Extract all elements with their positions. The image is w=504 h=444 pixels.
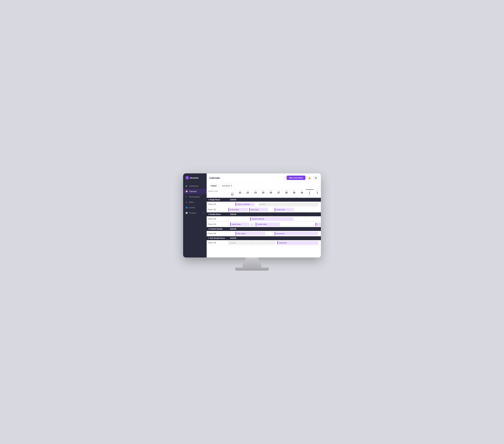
category-price: €120.00 [229,236,321,240]
collapse-icon[interactable]: ▾ [208,237,209,239]
logo-icon: e [185,176,189,179]
reservation-block[interactable]: Nora Dionne [275,232,318,235]
room-row-room-104: Room 104Debbie OlsenCL...Jennifer WhiteA… [207,222,321,227]
reservation-block[interactable]: Cristina Blais [229,208,248,212]
timeline-cell[interactable] [298,222,306,227]
date-header-Fri-30[interactable]: Fri30 [298,189,306,198]
room-timeline: Michael Goldsmith [229,216,321,221]
timeline-cell[interactable] [306,207,313,212]
date-header-Mon-26[interactable]: Mon26 [267,189,275,198]
collapse-icon[interactable]: ▾ [208,199,209,201]
reservation-block[interactable]: CLOSED [229,241,275,245]
reservation-block[interactable]: CL... [250,223,255,226]
room-row-room-106: Room 106CLOSEDEstelle Bler [207,240,321,246]
sidebar-item-property[interactable]: 🏢Property▾ [183,210,207,216]
calendar-grid[interactable]: ROOM TYPE‹Wed21AprThu22Fri23Sat24Sun25Mo… [207,189,321,257]
reservation-block[interactable]: Debbie Olsen [230,223,250,226]
category-label: ▾ Comfort Double [207,227,229,231]
today-button[interactable]: TODAY [209,184,218,188]
reservation-block[interactable]: Estelle Bler [277,241,318,245]
room-label: Room 101 [207,202,229,207]
sidebar-nav: ▦Dashboard📅Calendar≡Reservations◎Rates👥G… [183,182,207,257]
reservations-label: Reservations [189,196,200,198]
timeline-cell[interactable] [229,216,236,221]
settings-button[interactable]: ⚙️ [313,175,318,180]
date-header-Sun-25[interactable]: Sun25 [259,189,267,198]
page-title: Calendar [209,176,220,179]
timeline-cell[interactable] [313,207,321,212]
room-label: Room 102 [207,207,229,212]
timeline-cell[interactable] [267,207,275,212]
property-label: Property [189,212,196,214]
add-reservation-button[interactable]: Add reservation [287,175,306,180]
date-headers: ‹Wed21AprThu22Fri23Sat24Sun25Mon26Tue27W… [229,189,321,198]
sidebar-item-reservations[interactable]: ≡Reservations [183,194,207,199]
reservation-block[interactable]: Henry D. Denniston [235,202,254,206]
category-row-comfort-double: ▾ Comfort Double€120.00 [207,227,321,231]
date-header-Sun-2[interactable]: Sun2 [313,189,321,198]
timeline-cell[interactable] [229,231,236,236]
room-label: Room 105 [207,231,229,236]
category-label: ▾ Single Room [207,198,229,202]
timeline-cell[interactable] [313,216,321,221]
category-label: ▾ Double Room [207,212,229,216]
chevron-down-icon: ▾ [231,185,232,187]
logo-text: eksenia [190,177,198,179]
category-price: €105.00 [229,198,321,202]
room-row-room-103: Room 103Michael Goldsmith [207,216,321,222]
top-bar-actions: Add reservation 🔔 ⚙️ [287,175,318,180]
timeline-cell[interactable] [290,222,298,227]
timeline-cell[interactable] [267,231,275,236]
category-row-single-room: ▾ Single Room€105.00 [207,198,321,202]
date-header-Wed-28[interactable]: Wed28 [283,189,290,198]
reservation-block[interactable]: Jennifer White [256,223,280,226]
date-picker[interactable]: 4/21/2021 ▾ [220,184,234,188]
timeline-cell[interactable] [298,207,306,212]
sidebar-item-rates[interactable]: ◎Rates [183,199,207,205]
timeline-cell[interactable] [306,222,313,227]
timeline-cell[interactable] [229,202,236,207]
date-header-Thu-22[interactable]: Thu22 [236,189,244,198]
reservation-block[interactable]: A... [316,223,321,226]
date-header-Sat-1[interactable]: Sat1May [306,189,313,198]
date-header-Sat-24[interactable]: Sat24 [252,189,259,198]
collapse-icon[interactable]: ▾ [208,228,209,230]
property-icon: 🏢 [185,212,188,214]
room-timeline: John VardenNora Dionne [229,231,321,236]
category-price: €120.00 [229,212,321,216]
collapse-icon[interactable]: ▾ [208,213,209,215]
timeline-cell[interactable] [283,222,290,227]
reservations-layer: Henry D. DennistonCLOSED [229,202,321,207]
room-timeline: Debbie OlsenCL...Jennifer WhiteA... [229,222,321,227]
timeline-cell[interactable] [236,216,244,221]
reservation-block[interactable]: Amelia Gallo [275,208,294,212]
reservation-block[interactable]: Michael Goldsmith [250,217,294,221]
calendar-controls: TODAY 4/21/2021 ▾ [207,182,321,189]
date-header-Fri-23[interactable]: Fri23 [244,189,252,198]
sidebar-item-calendar[interactable]: 📅Calendar [183,189,207,194]
reservation-block[interactable]: CLOSED [258,202,318,206]
reservation-block[interactable]: Albert Shah [249,208,268,212]
rates-icon: ◎ [185,201,188,203]
sidebar: e eksenia ▦Dashboard📅Calendar≡Reservatio… [183,174,207,257]
monitor-base [235,268,269,270]
sidebar-item-dashboard[interactable]: ▦Dashboard [183,183,207,189]
rates-label: Rates [189,201,194,203]
date-header-Wed-21[interactable]: ‹Wed21Apr [229,189,236,198]
category-row-twin-double-room: ▾ Twin Double Room€120.00 [207,236,321,240]
timeline-cell[interactable] [298,216,306,221]
room-label: Room 103 [207,216,229,221]
calendar-content: ROOM TYPE‹Wed21AprThu22Fri23Sat24Sun25Mo… [207,189,321,246]
room-label: Room 104 [207,222,229,227]
guests-icon: 👥 [185,206,188,209]
room-timeline: CLOSEDEstelle Bler [229,240,321,245]
dashboard-icon: ▦ [185,185,188,187]
notifications-button[interactable]: 🔔 [307,175,312,180]
date-header-Tue-27[interactable]: Tue27 [275,189,283,198]
reservation-block[interactable]: John Varden [235,232,266,235]
room-row-room-101: Room 101Henry D. DennistonCLOSED [207,202,321,207]
sidebar-item-guests[interactable]: 👥Guests [183,205,207,210]
date-header-Thu-29[interactable]: Thu29 [290,189,298,198]
timeline-cell[interactable] [306,216,313,221]
prev-arrow-icon[interactable]: ‹ [229,190,236,192]
